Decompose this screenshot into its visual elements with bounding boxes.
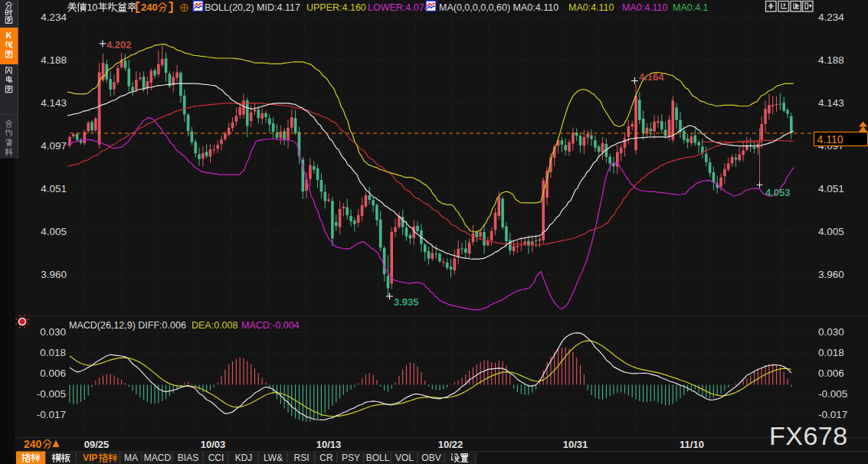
svg-text:FX678: FX678 [769,421,848,450]
svg-text:MACD(26,12,9) DIFF:0.006: MACD(26,12,9) DIFF:0.006 [69,320,186,331]
svg-text:4.234: 4.234 [818,11,844,23]
svg-text:OBV: OBV [421,453,441,463]
svg-text:MA: MA [124,453,138,463]
svg-text:3.935: 3.935 [394,296,419,308]
svg-text:10/22: 10/22 [438,439,463,450]
svg-text:-0.005: -0.005 [37,388,66,400]
svg-text:240: 240 [24,438,42,450]
svg-text:10: 10 [87,2,97,13]
svg-text:4.005: 4.005 [818,226,844,237]
svg-text:VOL: VOL [395,453,414,463]
svg-text:DEA:0.008: DEA:0.008 [192,320,238,331]
svg-text:4.053: 4.053 [765,187,791,198]
svg-text:BOLL(20,2) MID:4.117: BOLL(20,2) MID:4.117 [205,2,300,13]
svg-text:10/03: 10/03 [201,439,226,450]
svg-text:-0.005: -0.005 [818,388,847,400]
svg-text:4.143: 4.143 [41,97,67,109]
svg-text:RSI: RSI [293,453,309,463]
svg-text:4.164: 4.164 [639,71,664,83]
svg-text:10/13: 10/13 [316,439,342,450]
svg-text:4.188: 4.188 [818,54,844,66]
svg-text:4.188: 4.188 [41,54,67,66]
svg-text:CCI: CCI [208,453,224,463]
svg-text:MA0:4.110: MA0:4.110 [622,2,668,13]
svg-text:11/10: 11/10 [680,439,704,450]
svg-text:-0.017: -0.017 [37,409,66,420]
svg-text:CR: CR [319,453,333,463]
svg-text:MA0:4.110: MA0:4.110 [568,2,614,13]
svg-text:10/31: 10/31 [563,439,588,450]
svg-text:BOLL: BOLL [366,453,390,463]
svg-text:PSY: PSY [342,453,360,463]
svg-text:4.097: 4.097 [41,140,67,152]
svg-text:4.110: 4.110 [817,133,843,145]
svg-text:-0.017: -0.017 [818,409,847,420]
svg-text:3.960: 3.960 [41,269,67,280]
svg-text:4.051: 4.051 [41,183,67,194]
svg-text:09/25: 09/25 [84,439,110,450]
svg-text:K: K [6,31,12,40]
svg-text:VIP: VIP [83,453,97,463]
svg-text:4.143: 4.143 [818,97,844,109]
svg-text:4.202: 4.202 [106,39,132,51]
svg-text:MACD: MACD [144,453,172,463]
svg-text:MA(0,0,0,0,0,60) MA0:4.110: MA(0,0,0,0,0,60) MA0:4.110 [439,2,558,13]
svg-text:LOWER:4.074: LOWER:4.074 [368,2,430,13]
svg-text:MA0:4.1: MA0:4.1 [673,2,709,13]
svg-text:0.006: 0.006 [40,368,66,379]
svg-text:KDJ: KDJ [235,453,253,463]
svg-text:4.005: 4.005 [41,226,67,237]
svg-text:0.018: 0.018 [818,347,844,358]
svg-text:LW&: LW& [264,453,283,463]
svg-text:0.030: 0.030 [40,326,66,338]
svg-text:4.051: 4.051 [818,183,844,194]
svg-text:0.006: 0.006 [818,368,844,379]
svg-text:240: 240 [141,2,158,13]
svg-text:MACD:-0.004: MACD:-0.004 [241,320,300,331]
svg-text:0.030: 0.030 [818,326,844,338]
svg-text:BIAS: BIAS [178,453,198,463]
svg-text:3.960: 3.960 [818,269,844,280]
svg-text:4.234: 4.234 [41,11,67,23]
svg-text:UPPER:4.160: UPPER:4.160 [306,2,366,13]
svg-text:0.018: 0.018 [40,347,66,358]
